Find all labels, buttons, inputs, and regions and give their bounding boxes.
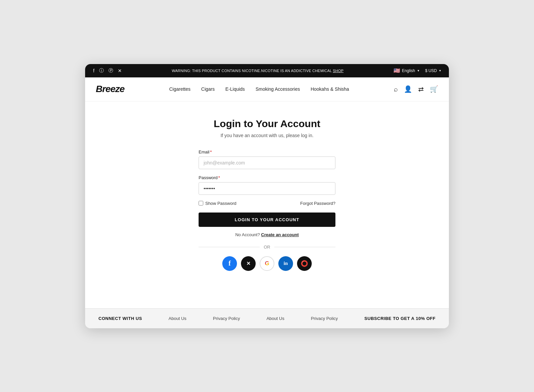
main-content: Login to Your Account If you have an acc…: [85, 101, 449, 308]
footer-privacy-2[interactable]: Privacy Policy: [311, 316, 338, 321]
flag-icon: 🇺🇸: [393, 67, 400, 74]
facebook-icon[interactable]: f: [93, 68, 94, 73]
top-bar: f ⓘ Ⓟ ✕ WARNING: THIS PRODUCT CONTAINS N…: [85, 64, 449, 77]
facebook-login-button[interactable]: f: [222, 256, 237, 271]
password-group: Password*: [199, 175, 335, 195]
lang-chevron-icon: ▾: [418, 69, 419, 72]
instagram-icon[interactable]: ⓘ: [99, 68, 104, 74]
currency-selector[interactable]: $ USD ▾: [425, 68, 441, 73]
forgot-password-link[interactable]: Forgot Password?: [300, 201, 336, 206]
navbar: Breeze Cigarettes Cigars E-Liquids Smoki…: [85, 77, 449, 101]
nav-smoking-accessories[interactable]: Smoking Accessories: [256, 86, 300, 92]
linkedin-login-button[interactable]: in: [278, 256, 293, 271]
show-password-checkbox[interactable]: [199, 201, 203, 206]
search-icon[interactable]: ⌕: [394, 85, 398, 93]
login-form: Email* Password* Show Password Forgot Pa…: [199, 149, 335, 237]
google-login-button[interactable]: G: [260, 256, 274, 271]
or-line-right: [274, 247, 335, 247]
password-options: Show Password Forgot Password?: [199, 201, 335, 206]
show-password-toggle[interactable]: Show Password: [199, 201, 236, 206]
login-button[interactable]: LOGIN TO YOUR ACCOUNT: [199, 213, 335, 227]
login-subtitle: If you have an account with us, please l…: [221, 133, 314, 138]
top-bar-right: 🇺🇸 English ▾ $ USD ▾: [393, 67, 441, 74]
social-icons-bar: f ⓘ Ⓟ ✕: [93, 68, 122, 74]
google-g-icon: G: [265, 260, 269, 267]
password-required: *: [218, 175, 220, 180]
password-label: Password*: [199, 175, 335, 180]
x-login-button[interactable]: ✕: [241, 256, 256, 271]
email-group: Email*: [199, 149, 335, 169]
currency-chevron-icon: ▾: [439, 69, 441, 72]
login-title: Login to Your Account: [214, 118, 320, 129]
linkedin-icon: in: [284, 261, 288, 266]
language-selector[interactable]: 🇺🇸 English ▾: [393, 67, 419, 74]
nav-eliquids[interactable]: E-Liquids: [225, 86, 245, 92]
compare-icon[interactable]: ⇄: [418, 85, 424, 93]
or-divider: OR: [199, 245, 335, 250]
nav-links: Cigarettes Cigars E-Liquids Smoking Acce…: [169, 86, 349, 92]
footer-privacy-1[interactable]: Privacy Policy: [213, 316, 240, 321]
facebook-f-icon: f: [229, 260, 231, 267]
password-input[interactable]: [199, 182, 335, 195]
email-required: *: [210, 149, 212, 154]
pinterest-icon[interactable]: Ⓟ: [108, 68, 113, 74]
brand-logo[interactable]: Breeze: [96, 84, 124, 94]
create-account-text: No Account? Create an account: [199, 232, 335, 237]
x-twitter-icon[interactable]: ✕: [118, 68, 122, 73]
email-label: Email*: [199, 149, 335, 154]
x-icon: ✕: [246, 261, 251, 267]
nav-cigars[interactable]: Cigars: [201, 86, 215, 92]
currency-label: $ USD: [425, 68, 437, 73]
github-icon: ⭕: [301, 260, 308, 267]
or-label: OR: [264, 245, 270, 250]
nav-hookahs[interactable]: Hookahs & Shisha: [311, 86, 349, 92]
footer-about-us-1[interactable]: About Us: [169, 316, 186, 321]
shop-link[interactable]: SHOP: [333, 69, 343, 73]
nav-cigarettes[interactable]: Cigarettes: [169, 86, 191, 92]
create-account-link[interactable]: Create an account: [261, 232, 299, 237]
social-login: f ✕ G in ⭕: [222, 256, 312, 271]
footer-about-us-2[interactable]: About Us: [266, 316, 284, 321]
account-icon[interactable]: 👤: [404, 85, 412, 93]
language-label: English: [402, 68, 415, 73]
email-input[interactable]: [199, 156, 335, 169]
or-line-left: [199, 247, 260, 247]
browser-frame: f ⓘ Ⓟ ✕ WARNING: THIS PRODUCT CONTAINS N…: [85, 64, 449, 328]
show-password-label: Show Password: [205, 201, 236, 206]
warning-text: WARNING: THIS PRODUCT CONTAINS NICOTINE.…: [172, 69, 343, 73]
nav-actions: ⌕ 👤 ⇄ 🛒: [394, 85, 438, 93]
footer-subscribe-label: SUBSCRIBE TO GET A 10% OFF: [364, 316, 436, 321]
footer-connect-label: CONNECT WITH US: [98, 316, 142, 321]
cart-icon[interactable]: 🛒: [430, 85, 438, 93]
footer: CONNECT WITH US About Us Privacy Policy …: [85, 308, 449, 328]
github-login-button[interactable]: ⭕: [297, 256, 312, 271]
